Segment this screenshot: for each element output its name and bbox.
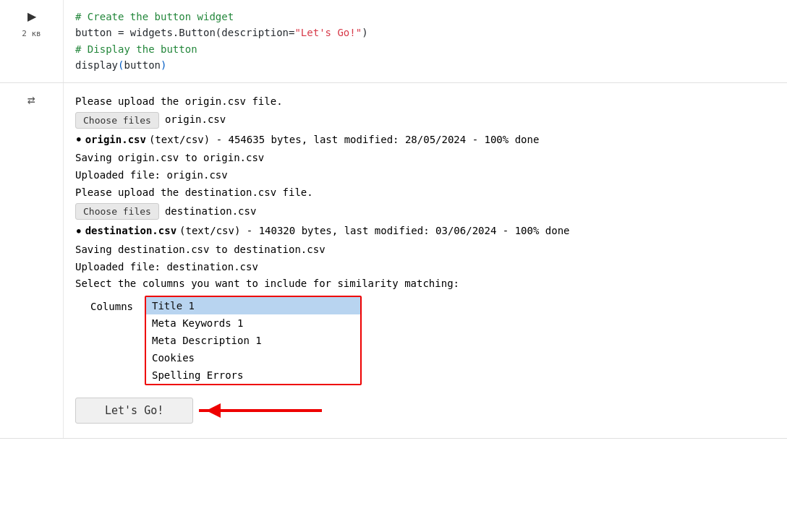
origin-file-info-rest: (text/csv) - 454635 bytes, last modified… <box>149 132 539 149</box>
choose-files-button-2[interactable]: Choose files <box>75 203 159 220</box>
code-line-4: display(button) <box>75 57 775 73</box>
notebook: ▶ 2 кв # Create the button widget button… <box>0 0 787 532</box>
code-cell: ▶ 2 кв # Create the button widget button… <box>0 0 787 83</box>
origin-file-name-display: origin.csv <box>165 111 226 129</box>
output-gutter: ⇄ <box>0 83 64 438</box>
dest-upload-row: Choose files destination.csv <box>75 203 775 220</box>
columns-select-wrapper: Title 1 Meta Keywords 1 Meta Description… <box>145 296 362 389</box>
lets-go-button[interactable]: Let's Go! <box>75 398 193 424</box>
dest-file-name-display: destination.csv <box>165 203 256 220</box>
origin-upload-row: Choose files origin.csv <box>75 111 775 129</box>
option-cookies[interactable]: Cookies <box>146 349 360 366</box>
dest-file-info-bold: destination.csv <box>85 223 176 240</box>
bullet-1: • <box>75 130 82 150</box>
saving-dest-text: Saving destination.csv to destination.cs… <box>75 241 775 259</box>
code-line-2: button = widgets.Button(description="Let… <box>75 25 775 40</box>
arrow-container <box>199 398 344 424</box>
upload-dest-label: Please upload the destination.csv file. <box>75 184 775 202</box>
svg-marker-1 <box>206 403 221 418</box>
option-spelling[interactable]: Spelling Errors <box>146 366 360 384</box>
code-content: # Create the button widget button = widg… <box>64 0 787 82</box>
bullet-2: • <box>75 222 82 241</box>
cell-gutter: ▶ 2 кв <box>0 0 64 82</box>
code-line-1: # Create the button widget <box>75 9 775 25</box>
option-meta-desc[interactable]: Meta Description 1 <box>146 332 360 349</box>
columns-label: Columns <box>75 296 133 316</box>
run-button[interactable]: ▶ <box>22 6 42 26</box>
code-line-3: # Display the button <box>75 41 775 57</box>
origin-file-info-line: • origin.csv(text/csv) - 454635 bytes, l… <box>75 130 775 150</box>
upload-origin-label: Please upload the origin.csv file. <box>75 93 775 111</box>
uploaded-origin-text: Uploaded file: origin.csv <box>75 167 775 184</box>
dest-file-info-line: • destination.csv(text/csv) - 140320 byt… <box>75 222 775 241</box>
output-cell: ⇄ Please upload the origin.csv file. Cho… <box>0 83 787 439</box>
output-content: Please upload the origin.csv file. Choos… <box>64 83 787 438</box>
choose-files-button-1[interactable]: Choose files <box>75 112 159 129</box>
select-columns-label: Select the columns you want to include f… <box>75 275 775 293</box>
uploaded-dest-text: Uploaded file: destination.csv <box>75 259 775 276</box>
option-meta-keywords[interactable]: Meta Keywords 1 <box>146 314 360 332</box>
origin-file-info-bold: origin.csv <box>85 132 146 149</box>
dest-file-info-rest: (text/csv) - 140320 bytes, last modified… <box>179 223 569 240</box>
button-row: Let's Go! <box>75 398 775 424</box>
option-title1[interactable]: Title 1 <box>146 297 360 314</box>
saving-origin-text: Saving origin.csv to origin.csv <box>75 150 775 167</box>
columns-select[interactable]: Title 1 Meta Keywords 1 Meta Description… <box>145 296 362 385</box>
output-icon: ⇄ <box>27 92 35 107</box>
arrow-icon <box>199 398 344 424</box>
columns-row: Columns Title 1 Meta Keywords 1 Meta Des… <box>75 296 775 389</box>
cell-indicator: 2 кв <box>22 29 41 38</box>
